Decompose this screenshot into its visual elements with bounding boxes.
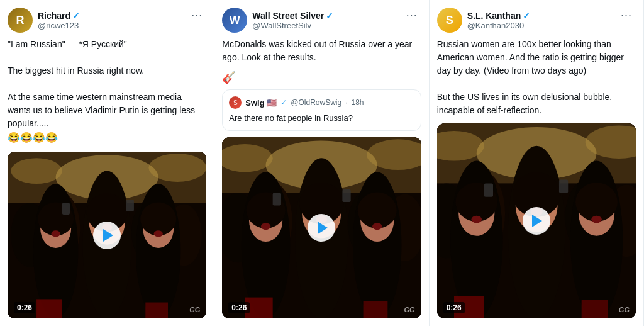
- quote-time-swig: ·: [345, 98, 347, 107]
- avatar-richard[interactable]: R: [8, 8, 33, 33]
- avatar-img-wss: W: [222, 8, 247, 33]
- tweet-text-2: McDonalds was kicked out of Russia over …: [222, 38, 421, 64]
- tweet-header-left-2: W Wall Street Silver ✓ @WallStreetSilv: [222, 8, 333, 33]
- play-button-2[interactable]: [308, 214, 335, 242]
- gucci-logo-3: GG: [619, 306, 630, 313]
- video-thumbnail-1[interactable]: 0:26 GG: [8, 152, 206, 318]
- video-duration-1: 0:26: [14, 302, 35, 313]
- svg-point-16: [51, 230, 60, 237]
- svg-point-3: [11, 158, 62, 184]
- avatar-slk[interactable]: S: [437, 8, 462, 33]
- username-richard: @ricwe123: [38, 21, 80, 30]
- avatar-wss[interactable]: W: [222, 8, 247, 33]
- tweet-text-3: Russian women are 100x better looking th…: [437, 38, 636, 117]
- display-name-slk: S.L. Kanthan ✓: [467, 11, 531, 21]
- video-thumbnail-2[interactable]: 0:26 GG: [222, 137, 421, 318]
- svg-rect-23: [36, 299, 62, 318]
- svg-point-41: [261, 223, 270, 230]
- svg-point-20: [154, 230, 163, 237]
- tweet-header-left-1: R Richard ✓ @ricwe123: [8, 8, 80, 33]
- avatar-img-slk: S: [437, 8, 462, 33]
- tweet-header-3: S S.L. Kanthan ✓ @Kanthan2030 ···: [437, 8, 636, 33]
- more-options-button-3[interactable]: ···: [617, 8, 636, 23]
- gucci-logo-1: GG: [189, 306, 200, 313]
- user-info-slk: S.L. Kanthan ✓ @Kanthan2030: [467, 11, 531, 30]
- svg-rect-46: [273, 193, 281, 206]
- username-slk: @Kanthan2030: [467, 21, 531, 30]
- svg-rect-47: [343, 189, 351, 202]
- tweet-column-1: R Richard ✓ @ricwe123 ··· "I am Russian"…: [0, 0, 214, 326]
- svg-rect-49: [364, 301, 388, 318]
- quote-time-ago-swig: 18h: [352, 98, 364, 107]
- tweet-emoji-2: 🎸: [222, 70, 421, 84]
- play-icon-2: [318, 222, 328, 234]
- verified-badge-richard: ✓: [72, 11, 80, 21]
- svg-rect-72: [559, 179, 568, 193]
- svg-rect-21: [62, 203, 70, 215]
- tweet-header-left-3: S S.L. Kanthan ✓ @Kanthan2030: [437, 8, 531, 33]
- tweet-column-3: S S.L. Kanthan ✓ @Kanthan2030 ··· Russia…: [430, 0, 644, 326]
- svg-point-66: [471, 216, 482, 223]
- svg-point-45: [372, 223, 382, 230]
- verified-badge-slk: ✓: [523, 11, 530, 21]
- video-thumbnail-3[interactable]: 0:26 GG: [437, 123, 636, 318]
- quote-avatar-swig: S: [229, 96, 242, 109]
- tweet-header-1: R Richard ✓ @ricwe123 ···: [8, 8, 206, 33]
- gucci-logo-2: GG: [404, 306, 415, 313]
- tweet-text-1: "I am Russian" — *Я Русский" The biggest…: [8, 38, 206, 145]
- svg-point-70: [591, 216, 602, 223]
- avatar-img-richard: R: [8, 8, 33, 33]
- play-button-1[interactable]: [93, 222, 121, 249]
- more-options-button-1[interactable]: ···: [187, 8, 206, 23]
- play-button-3[interactable]: [523, 207, 550, 235]
- more-options-button-2[interactable]: ···: [402, 8, 421, 23]
- svg-point-4: [148, 154, 206, 182]
- tweet-header-2: W Wall Street Silver ✓ @WallStreetSilv ·…: [222, 8, 421, 33]
- video-duration-2: 0:26: [228, 302, 250, 313]
- quote-text-swig: Are there no fat people in Russia?: [229, 113, 414, 124]
- svg-rect-71: [484, 183, 492, 196]
- svg-rect-24: [145, 303, 168, 318]
- quote-username-swig: Swig 🇺🇸: [245, 98, 277, 108]
- tweet-column-2: W Wall Street Silver ✓ @WallStreetSilv ·…: [214, 0, 429, 326]
- video-duration-3: 0:26: [443, 302, 465, 313]
- user-info-wss: Wall Street Silver ✓ @WallStreetSilv: [252, 11, 333, 30]
- verified-badge-wss: ✓: [326, 11, 333, 21]
- quote-verified-swig: ✓: [280, 98, 287, 107]
- play-icon-3: [532, 215, 542, 227]
- play-icon-1: [103, 229, 113, 242]
- quote-handle-swig: @OldRowSwig: [291, 98, 341, 107]
- display-name-richard: Richard ✓: [38, 11, 80, 21]
- quote-tweet-2[interactable]: S Swig 🇺🇸 ✓ @OldRowSwig · 18h Are there …: [222, 89, 421, 131]
- user-info-richard: Richard ✓ @ricwe123: [38, 11, 80, 30]
- svg-rect-74: [581, 300, 608, 318]
- username-wss: @WallStreetSilv: [252, 21, 333, 30]
- quote-header-2: S Swig 🇺🇸 ✓ @OldRowSwig · 18h: [229, 96, 414, 109]
- display-name-wss: Wall Street Silver ✓: [252, 11, 333, 21]
- svg-rect-22: [126, 200, 134, 211]
